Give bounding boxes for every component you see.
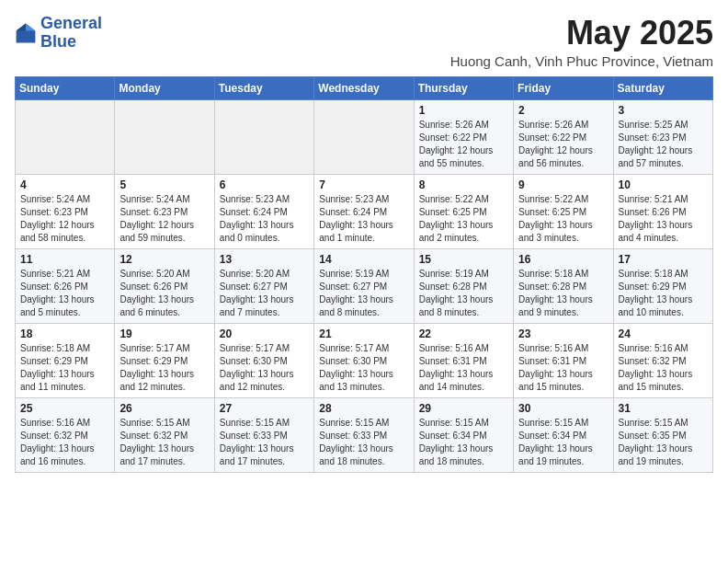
day-info: Sunrise: 5:20 AM Sunset: 6:26 PM Dayligh… (119, 268, 209, 319)
day-info: Sunrise: 5:24 AM Sunset: 6:23 PM Dayligh… (119, 193, 209, 245)
day-info: Sunrise: 5:15 AM Sunset: 6:34 PM Dayligh… (419, 417, 508, 468)
calendar-cell: 11Sunrise: 5:21 AM Sunset: 6:26 PM Dayli… (16, 248, 115, 323)
calendar-week-2: 4Sunrise: 5:24 AM Sunset: 6:23 PM Daylig… (16, 174, 713, 248)
day-info: Sunrise: 5:17 AM Sunset: 6:30 PM Dayligh… (319, 342, 408, 394)
calendar-cell: 28Sunrise: 5:15 AM Sunset: 6:33 PM Dayli… (314, 397, 414, 472)
calendar-week-4: 18Sunrise: 5:18 AM Sunset: 6:29 PM Dayli… (16, 323, 713, 397)
calendar-table: SundayMondayTuesdayWednesdayThursdayFrid… (15, 76, 713, 473)
day-number: 10 (619, 178, 708, 191)
day-number: 3 (619, 104, 708, 117)
day-header-wednesday: Wednesday (314, 76, 414, 99)
calendar-cell: 10Sunrise: 5:21 AM Sunset: 6:26 PM Dayli… (613, 174, 712, 248)
calendar-cell: 31Sunrise: 5:15 AM Sunset: 6:35 PM Dayli… (613, 397, 712, 472)
day-number: 19 (119, 327, 209, 340)
day-header-tuesday: Tuesday (214, 76, 313, 99)
calendar-cell: 4Sunrise: 5:24 AM Sunset: 6:23 PM Daylig… (16, 174, 115, 248)
calendar-week-1: 1Sunrise: 5:26 AM Sunset: 6:22 PM Daylig… (16, 99, 713, 174)
svg-marker-1 (26, 23, 35, 30)
day-info: Sunrise: 5:15 AM Sunset: 6:34 PM Dayligh… (518, 417, 608, 468)
day-number: 18 (20, 327, 109, 340)
day-number: 17 (619, 253, 708, 266)
day-info: Sunrise: 5:24 AM Sunset: 6:23 PM Dayligh… (20, 193, 109, 245)
day-info: Sunrise: 5:18 AM Sunset: 6:29 PM Dayligh… (20, 342, 109, 394)
day-number: 28 (319, 402, 408, 415)
calendar-cell (314, 99, 414, 174)
day-number: 20 (220, 327, 309, 340)
day-header-monday: Monday (115, 76, 214, 99)
day-info: Sunrise: 5:21 AM Sunset: 6:26 PM Dayligh… (20, 268, 109, 319)
calendar-cell (16, 99, 115, 174)
calendar-cell (115, 99, 214, 174)
day-number: 11 (20, 253, 109, 266)
day-info: Sunrise: 5:19 AM Sunset: 6:28 PM Dayligh… (419, 268, 508, 319)
day-info: Sunrise: 5:16 AM Sunset: 6:31 PM Dayligh… (419, 342, 508, 394)
calendar-cell: 3Sunrise: 5:25 AM Sunset: 6:23 PM Daylig… (613, 99, 712, 174)
calendar-cell: 20Sunrise: 5:17 AM Sunset: 6:30 PM Dayli… (214, 323, 313, 397)
calendar-cell: 5Sunrise: 5:24 AM Sunset: 6:23 PM Daylig… (115, 174, 214, 248)
title-block: May 2025 Huong Canh, Vinh Phuc Province,… (450, 15, 713, 69)
calendar-cell: 22Sunrise: 5:16 AM Sunset: 6:31 PM Dayli… (414, 323, 513, 397)
day-info: Sunrise: 5:15 AM Sunset: 6:33 PM Dayligh… (220, 417, 309, 468)
day-info: Sunrise: 5:17 AM Sunset: 6:29 PM Dayligh… (119, 342, 209, 394)
day-number: 30 (518, 402, 608, 415)
calendar-cell: 24Sunrise: 5:16 AM Sunset: 6:32 PM Dayli… (613, 323, 712, 397)
day-number: 13 (220, 253, 309, 266)
location: Huong Canh, Vinh Phuc Province, Vietnam (450, 53, 713, 69)
logo-icon (15, 22, 37, 44)
calendar-cell: 2Sunrise: 5:26 AM Sunset: 6:22 PM Daylig… (514, 99, 613, 174)
day-info: Sunrise: 5:17 AM Sunset: 6:30 PM Dayligh… (220, 342, 309, 394)
day-info: Sunrise: 5:25 AM Sunset: 6:23 PM Dayligh… (619, 119, 708, 170)
svg-marker-2 (17, 23, 26, 30)
day-number: 16 (518, 253, 608, 266)
day-info: Sunrise: 5:20 AM Sunset: 6:27 PM Dayligh… (220, 268, 309, 319)
day-header-friday: Friday (514, 76, 613, 99)
logo-text: General Blue (40, 15, 102, 52)
day-number: 31 (619, 402, 708, 415)
calendar-body: 1Sunrise: 5:26 AM Sunset: 6:22 PM Daylig… (16, 99, 713, 472)
day-number: 2 (518, 104, 608, 117)
day-info: Sunrise: 5:18 AM Sunset: 6:29 PM Dayligh… (619, 268, 708, 319)
calendar-cell: 21Sunrise: 5:17 AM Sunset: 6:30 PM Dayli… (314, 323, 414, 397)
calendar-cell: 17Sunrise: 5:18 AM Sunset: 6:29 PM Dayli… (613, 248, 712, 323)
day-info: Sunrise: 5:22 AM Sunset: 6:25 PM Dayligh… (518, 193, 608, 245)
day-number: 26 (119, 402, 209, 415)
day-header-saturday: Saturday (613, 76, 712, 99)
calendar-cell: 27Sunrise: 5:15 AM Sunset: 6:33 PM Dayli… (214, 397, 313, 472)
day-number: 8 (419, 178, 508, 191)
calendar-cell: 30Sunrise: 5:15 AM Sunset: 6:34 PM Dayli… (514, 397, 613, 472)
day-info: Sunrise: 5:26 AM Sunset: 6:22 PM Dayligh… (518, 119, 608, 170)
calendar-week-5: 25Sunrise: 5:16 AM Sunset: 6:32 PM Dayli… (16, 397, 713, 472)
day-number: 29 (419, 402, 508, 415)
day-info: Sunrise: 5:15 AM Sunset: 6:35 PM Dayligh… (619, 417, 708, 468)
day-number: 25 (20, 402, 109, 415)
calendar-cell: 23Sunrise: 5:16 AM Sunset: 6:31 PM Dayli… (514, 323, 613, 397)
calendar-cell: 25Sunrise: 5:16 AM Sunset: 6:32 PM Dayli… (16, 397, 115, 472)
calendar-cell: 8Sunrise: 5:22 AM Sunset: 6:25 PM Daylig… (414, 174, 513, 248)
day-number: 4 (20, 178, 109, 191)
day-number: 21 (319, 327, 408, 340)
day-info: Sunrise: 5:23 AM Sunset: 6:24 PM Dayligh… (220, 193, 309, 245)
day-info: Sunrise: 5:15 AM Sunset: 6:32 PM Dayligh… (119, 417, 209, 468)
day-number: 9 (518, 178, 608, 191)
calendar-cell: 12Sunrise: 5:20 AM Sunset: 6:26 PM Dayli… (115, 248, 214, 323)
day-header-sunday: Sunday (16, 76, 115, 99)
day-number: 14 (319, 253, 408, 266)
month-year: May 2025 (450, 15, 713, 52)
calendar-cell: 1Sunrise: 5:26 AM Sunset: 6:22 PM Daylig… (414, 99, 513, 174)
day-number: 22 (419, 327, 508, 340)
day-number: 1 (419, 104, 508, 117)
calendar-header-row: SundayMondayTuesdayWednesdayThursdayFrid… (16, 76, 713, 99)
day-number: 6 (220, 178, 309, 191)
page-header: General Blue May 2025 Huong Canh, Vinh P… (15, 15, 713, 69)
day-info: Sunrise: 5:23 AM Sunset: 6:24 PM Dayligh… (319, 193, 408, 245)
calendar-cell: 6Sunrise: 5:23 AM Sunset: 6:24 PM Daylig… (214, 174, 313, 248)
day-number: 7 (319, 178, 408, 191)
day-info: Sunrise: 5:19 AM Sunset: 6:27 PM Dayligh… (319, 268, 408, 319)
logo: General Blue (15, 15, 102, 52)
calendar-cell: 14Sunrise: 5:19 AM Sunset: 6:27 PM Dayli… (314, 248, 414, 323)
day-info: Sunrise: 5:26 AM Sunset: 6:22 PM Dayligh… (419, 119, 508, 170)
calendar-cell: 19Sunrise: 5:17 AM Sunset: 6:29 PM Dayli… (115, 323, 214, 397)
day-number: 5 (119, 178, 209, 191)
calendar-cell: 29Sunrise: 5:15 AM Sunset: 6:34 PM Dayli… (414, 397, 513, 472)
day-info: Sunrise: 5:22 AM Sunset: 6:25 PM Dayligh… (419, 193, 508, 245)
